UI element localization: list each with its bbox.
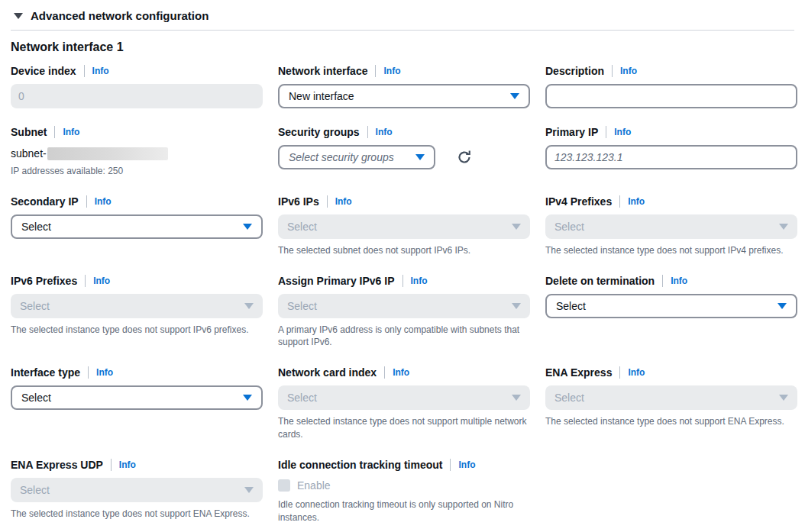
security-groups-select[interactable]: Select security groups (278, 145, 435, 169)
network-card-index-label: Network card index (278, 366, 377, 379)
interface-type-label: Interface type (11, 366, 80, 379)
idle-timeout-label: Idle connection tracking timeout (278, 459, 442, 471)
secondary-ip-info-link[interactable]: Info (95, 196, 112, 207)
ena-express-udp-label: ENA Express UDP (11, 459, 103, 471)
triangle-down-icon (14, 13, 23, 19)
assign-primary-ipv6-select: Select (278, 294, 530, 318)
row-5: Interface type Info Select Network card … (11, 366, 794, 441)
row-6: ENA Express UDP Info Select The selected… (11, 458, 794, 524)
ipv6-ips-info-link[interactable]: Info (335, 196, 352, 207)
ipv4-prefixes-info-link[interactable]: Info (628, 196, 645, 207)
field-primary-ip: Primary IP Info (545, 125, 797, 169)
subnet-label: Subnet (11, 126, 47, 138)
subnet-info-link[interactable]: Info (63, 127, 79, 137)
primary-ip-input[interactable] (545, 145, 797, 169)
ipv4-prefixes-select-value: Select (554, 221, 584, 233)
secondary-ip-select[interactable]: Select (11, 214, 263, 239)
advanced-network-configuration-expander[interactable]: Advanced network configuration (11, 8, 794, 31)
field-network-card-index: Network card index Info Select The selec… (278, 366, 530, 441)
caret-down-icon (244, 487, 254, 493)
network-interface-1-heading: Network interface 1 (11, 40, 794, 54)
row-4: IPv6 Prefixes Info Select The selected i… (11, 274, 794, 350)
delete-on-termination-select[interactable]: Select (545, 294, 797, 318)
network-interface-label: Network interface (278, 65, 367, 77)
ena-express-select-value: Select (554, 392, 584, 404)
refresh-security-groups-button[interactable] (455, 148, 474, 166)
label-divider (662, 275, 663, 287)
label-divider (85, 275, 86, 287)
assign-primary-ipv6-helper-text: A primary IPv6 address is only compatibl… (278, 324, 530, 350)
field-subnet: Subnet Info subnet- IP addresses availab… (11, 125, 263, 178)
primary-ip-info-link[interactable]: Info (614, 127, 631, 137)
ipv6-prefixes-info-link[interactable]: Info (93, 276, 110, 286)
label-divider (402, 275, 403, 287)
subnet-id-redacted (47, 147, 168, 160)
ena-express-helper-text: The selected instance type does not supp… (545, 415, 797, 428)
idle-timeout-helper-text: Idle connection tracking timeout is only… (278, 498, 530, 524)
idle-timeout-info-link[interactable]: Info (458, 459, 475, 470)
caret-down-icon (512, 303, 521, 309)
description-label: Description (545, 65, 604, 77)
label-divider (54, 126, 55, 138)
ena-express-info-link[interactable]: Info (628, 367, 645, 378)
description-info-link[interactable]: Info (620, 66, 637, 76)
ipv6-ips-helper-text: The selected subnet does not support IPv… (278, 244, 530, 257)
enable-checkbox-label: Enable (297, 479, 331, 492)
interface-type-select[interactable]: Select (11, 385, 263, 410)
field-device-index: Device index Info (11, 64, 263, 108)
row-1: Device index Info Network interface Info… (11, 64, 794, 108)
caret-down-icon (779, 395, 788, 401)
security-groups-placeholder: Select security groups (289, 151, 394, 163)
field-security-groups: Security groups Info Select security gro… (278, 125, 530, 169)
caret-down-icon (512, 395, 521, 401)
enable-checkbox (278, 479, 290, 492)
ipv4-prefixes-helper-text: The selected instance type does not supp… (545, 244, 797, 257)
device-index-label: Device index (11, 65, 76, 77)
field-interface-type: Interface type Info Select (11, 366, 263, 410)
delete-on-termination-label: Delete on termination (545, 275, 655, 287)
network-card-index-info-link[interactable]: Info (393, 367, 409, 378)
description-input[interactable] (545, 84, 797, 108)
field-ena-express-udp: ENA Express UDP Info Select The selected… (11, 458, 263, 521)
caret-down-icon (243, 395, 252, 401)
subnet-value: subnet- (11, 145, 263, 162)
label-divider (88, 366, 89, 379)
delete-on-termination-select-value: Select (556, 300, 586, 312)
ena-express-udp-select-value: Select (20, 484, 50, 496)
secondary-ip-select-value: Select (21, 221, 51, 233)
ena-express-udp-select: Select (11, 478, 263, 502)
caret-down-icon (778, 303, 787, 309)
security-groups-info-link[interactable]: Info (376, 127, 393, 137)
ena-express-udp-info-link[interactable]: Info (119, 459, 136, 470)
interface-type-info-link[interactable]: Info (96, 367, 113, 378)
caret-down-icon (244, 303, 254, 309)
refresh-icon (457, 150, 472, 165)
label-divider (84, 65, 85, 77)
assign-primary-ipv6-label: Assign Primary IPv6 IP (278, 275, 395, 287)
caret-down-icon (243, 224, 252, 230)
expander-title: Advanced network configuration (31, 9, 209, 22)
delete-on-termination-info-link[interactable]: Info (671, 276, 687, 286)
caret-down-icon (510, 93, 519, 99)
label-divider (367, 126, 368, 138)
assign-primary-ipv6-select-value: Select (287, 300, 317, 312)
network-interface-select[interactable]: New interface (278, 84, 530, 108)
ipv6-prefixes-label: IPv6 Prefixes (11, 275, 77, 287)
field-description: Description Info (545, 64, 797, 108)
field-ipv6-prefixes: IPv6 Prefixes Info Select The selected i… (11, 274, 263, 337)
device-index-input (11, 84, 263, 108)
field-ena-express: ENA Express Info Select The selected ins… (545, 366, 797, 428)
label-divider (619, 366, 620, 379)
label-divider (86, 195, 87, 208)
field-delete-on-termination: Delete on termination Info Select (545, 274, 797, 318)
assign-primary-ipv6-info-link[interactable]: Info (411, 276, 428, 286)
field-assign-primary-ipv6: Assign Primary IPv6 IP Info Select A pri… (278, 274, 530, 350)
field-idle-connection-tracking-timeout: Idle connection tracking timeout Info En… (278, 458, 530, 524)
interface-type-select-value: Select (21, 392, 51, 404)
label-divider (450, 459, 451, 471)
network-card-index-helper-text: The selected instance type does not supp… (278, 415, 530, 441)
label-divider (612, 65, 613, 77)
network-interface-info-link[interactable]: Info (383, 66, 400, 76)
ena-express-label: ENA Express (545, 366, 612, 379)
device-index-info-link[interactable]: Info (92, 66, 109, 76)
